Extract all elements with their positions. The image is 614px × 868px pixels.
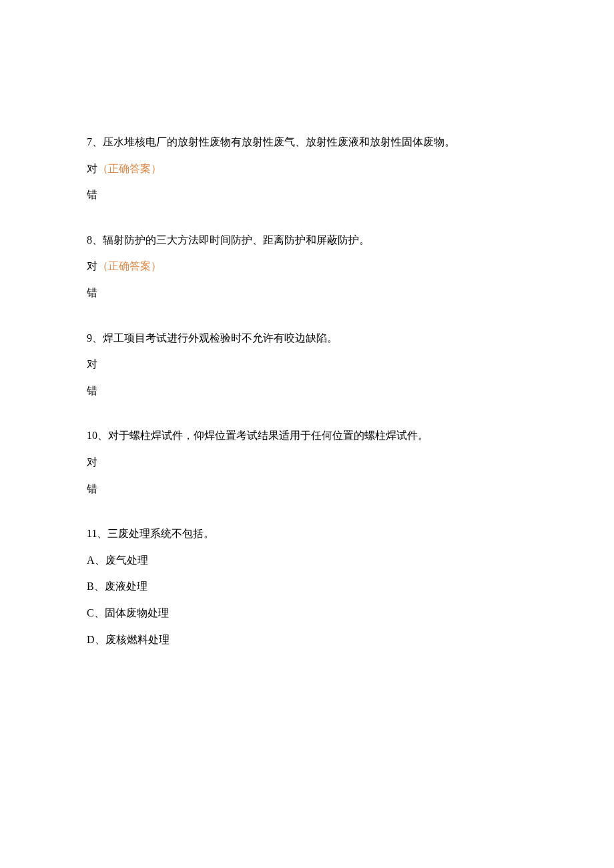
- option-label: C、固体废物处理: [87, 607, 169, 618]
- option-label: 错: [87, 483, 97, 494]
- question-block: 7、压水堆核电厂的放射性废物有放射性废气、放射性废液和放射性固体废物。 对（正确…: [87, 133, 527, 203]
- question-number: 8、: [87, 234, 103, 246]
- question-body: 压水堆核电厂的放射性废物有放射性废气、放射性废液和放射性固体废物。: [103, 136, 455, 147]
- answer-option: 错: [87, 284, 527, 302]
- question-text: 7、压水堆核电厂的放射性废物有放射性废气、放射性废液和放射性固体废物。: [87, 133, 527, 151]
- question-body: 辐射防护的三大方法即时间防护、距离防护和屏蔽防护。: [103, 234, 370, 246]
- option-label: 对: [87, 358, 97, 370]
- answer-option: 对: [87, 454, 527, 471]
- question-text: 9、焊工项目考试进行外观检验时不允许有咬边缺陷。: [87, 330, 527, 347]
- question-number: 9、: [87, 332, 103, 344]
- question-text: 10、对于螺柱焊试件，仰焊位置考试结果适用于任何位置的螺柱焊试件。: [87, 427, 527, 444]
- question-number: 7、: [87, 136, 103, 147]
- answer-option: 对: [87, 356, 527, 373]
- question-body: 焊工项目考试进行外观检验时不允许有咬边缺陷。: [103, 332, 338, 344]
- option-label: 对: [87, 163, 97, 174]
- question-text: 8、辐射防护的三大方法即时间防护、距离防护和屏蔽防护。: [87, 232, 527, 249]
- question-number: 10、: [87, 430, 108, 441]
- answer-option: 错: [87, 186, 527, 203]
- option-label: B、废液处理: [87, 580, 147, 592]
- option-label: 错: [87, 385, 97, 396]
- option-label: D、废核燃料处理: [87, 634, 170, 645]
- question-number: 11、: [87, 528, 107, 539]
- option-label: 对: [87, 260, 97, 272]
- option-label: 对: [87, 456, 97, 468]
- answer-option: D、废核燃料处理: [87, 631, 527, 648]
- answer-option: C、固体废物处理: [87, 604, 527, 622]
- option-label: 错: [87, 287, 97, 298]
- question-body: 对于螺柱焊试件，仰焊位置考试结果适用于任何位置的螺柱焊试件。: [108, 430, 428, 441]
- answer-option: 对（正确答案）: [87, 258, 527, 275]
- question-body: 三废处理系统不包括。: [107, 528, 214, 539]
- page-content: 7、压水堆核电厂的放射性废物有放射性废气、放射性废液和放射性固体废物。 对（正确…: [0, 0, 614, 743]
- option-label: A、废气处理: [87, 554, 148, 566]
- question-block: 10、对于螺柱焊试件，仰焊位置考试结果适用于任何位置的螺柱焊试件。 对 错: [87, 427, 527, 497]
- answer-option: B、废液处理: [87, 578, 527, 595]
- question-text: 11、三废处理系统不包括。: [87, 525, 527, 542]
- answer-option: 对（正确答案）: [87, 160, 527, 177]
- question-block: 8、辐射防护的三大方法即时间防护、距离防护和屏蔽防护。 对（正确答案） 错: [87, 232, 527, 302]
- answer-option: A、废气处理: [87, 552, 527, 569]
- option-label: 错: [87, 189, 97, 200]
- answer-option: 错: [87, 382, 527, 400]
- answer-option: 错: [87, 480, 527, 498]
- question-block: 11、三废处理系统不包括。 A、废气处理 B、废液处理 C、固体废物处理 D、废…: [87, 525, 527, 648]
- correct-answer-marker: （正确答案）: [97, 163, 162, 174]
- question-block: 9、焊工项目考试进行外观检验时不允许有咬边缺陷。 对 错: [87, 330, 527, 400]
- correct-answer-marker: （正确答案）: [97, 260, 162, 272]
